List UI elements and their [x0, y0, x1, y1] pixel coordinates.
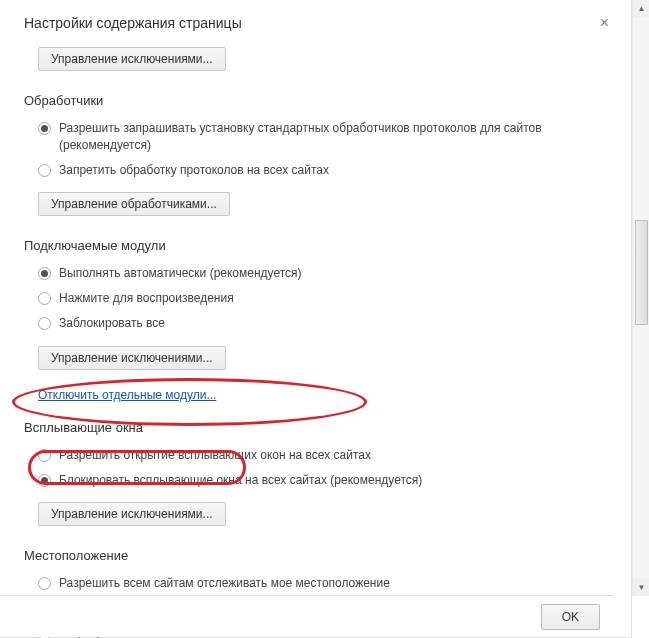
radio-label[interactable]: Выполнять автоматически (рекомендуется)	[59, 265, 302, 282]
radio-row[interactable]: Разрешить открытие всплывающих окон на в…	[38, 443, 613, 468]
section-title-popups: Всплывающие окна	[24, 420, 613, 435]
radio-label[interactable]: Разрешить запрашивать установку стандарт…	[59, 120, 613, 154]
radio-row[interactable]: Разрешить запрашивать установку стандарт…	[38, 116, 613, 158]
radio-label[interactable]: Блокировать всплывающие окна на всех сай…	[59, 472, 422, 489]
manage-plugins-exceptions-button[interactable]: Управление исключениями...	[38, 346, 226, 370]
dialog-footer: OK	[0, 595, 614, 637]
section-title-location: Местоположение	[24, 548, 613, 563]
radio-row[interactable]: Заблокировать все	[38, 311, 613, 336]
radio-group-plugins: Выполнять автоматически (рекомендуется) …	[24, 261, 613, 335]
radio-label[interactable]: Нажмите для воспроизведения	[59, 290, 234, 307]
radio-icon[interactable]	[38, 292, 51, 305]
radio-row[interactable]: Разрешить всем сайтам отслеживать мое ме…	[38, 571, 613, 596]
radio-group-popups: Разрешить открытие всплывающих окон на в…	[24, 443, 613, 493]
radio-icon[interactable]	[38, 267, 51, 280]
content-settings-dialog: Настройки содержания страницы × Управлен…	[0, 0, 632, 638]
radio-icon[interactable]	[38, 164, 51, 177]
close-icon[interactable]: ×	[596, 15, 613, 31]
scrollbar[interactable]: ▲ ▼	[632, 0, 649, 596]
section-title-handlers: Обработчики	[24, 93, 613, 108]
radio-group-handlers: Разрешить запрашивать установку стандарт…	[24, 116, 613, 182]
dialog-header: Настройки содержания страницы ×	[0, 0, 631, 43]
radio-icon[interactable]	[38, 474, 51, 487]
radio-label[interactable]: Запретить обработку протоколов на всех с…	[59, 162, 329, 179]
ok-button[interactable]: OK	[541, 604, 600, 630]
radio-icon[interactable]	[38, 122, 51, 135]
radio-icon[interactable]	[38, 449, 51, 462]
radio-label[interactable]: Заблокировать все	[59, 315, 165, 332]
disable-plugins-link[interactable]: Отключить отдельные модули...	[38, 388, 216, 402]
dialog-title: Настройки содержания страницы	[24, 15, 242, 31]
scroll-down-icon[interactable]: ▼	[633, 579, 649, 596]
radio-row[interactable]: Нажмите для воспроизведения	[38, 286, 613, 311]
dialog-body: Управление исключениями... Обработчики Р…	[0, 43, 631, 638]
manage-popups-exceptions-button[interactable]: Управление исключениями...	[38, 502, 226, 526]
scroll-up-icon[interactable]: ▲	[633, 0, 649, 17]
radio-label[interactable]: Разрешить открытие всплывающих окон на в…	[59, 447, 371, 464]
radio-icon[interactable]	[38, 317, 51, 330]
manage-exceptions-top-button[interactable]: Управление исключениями...	[38, 47, 226, 71]
radio-row[interactable]: Запретить обработку протоколов на всех с…	[38, 158, 613, 183]
radio-icon[interactable]	[38, 577, 51, 590]
scrollbar-thumb[interactable]	[635, 220, 648, 325]
radio-row[interactable]: Блокировать всплывающие окна на всех сай…	[38, 468, 613, 493]
radio-label[interactable]: Разрешить всем сайтам отслеживать мое ме…	[59, 575, 390, 592]
manage-handlers-button[interactable]: Управление обработчиками...	[38, 192, 230, 216]
radio-row[interactable]: Выполнять автоматически (рекомендуется)	[38, 261, 613, 286]
section-title-plugins: Подключаемые модули	[24, 238, 613, 253]
